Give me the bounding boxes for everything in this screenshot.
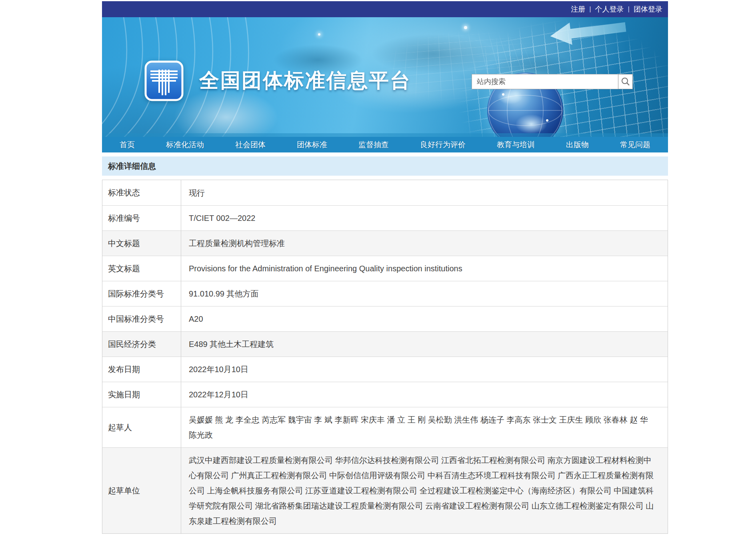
table-row-10: 起草单位 武汉中建西部建设工程质量检测有限公司 华邦信尔达科技检测有限公司 江西… [102,447,668,533]
table-row-2: 中文标题 工程质量检测机构管理标准 [102,230,668,256]
nav-item-2[interactable]: 社会团体 [235,140,266,150]
row-label: 起草单位 [102,448,181,533]
sparkle-dot [318,33,320,36]
topbar-separator: | [628,5,630,13]
row-value: 工程质量检测机构管理标准 [181,231,668,256]
main-nav: 首页 标准化活动 社会团体 团体标准 监督抽查 良好行为评价 教育与培训 出版物… [102,137,668,152]
table-row-8: 实施日期 2022年12月10日 [102,382,668,407]
row-value: T/CIET 002—2022 [181,206,668,230]
row-label: 标准状态 [102,180,181,205]
table-row-9: 起草人 吴媛媛 熊 龙 李全忠 芮志军 魏宇宙 李 斌 李新晖 宋庆丰 潘 立 … [102,407,668,447]
topbar: 注册 | 个人登录 | 团体登录 [102,1,668,17]
row-value: 武汉中建西部建设工程质量检测有限公司 华邦信尔达科技检测有限公司 江西省北拓工程… [181,448,668,533]
row-label: 国际标准分类号 [102,281,181,306]
light-glow [174,89,278,137]
row-label: 起草人 [102,407,181,447]
row-value: 现行 [181,180,668,205]
row-label: 英文标题 [102,256,181,281]
site-search [472,74,633,89]
nav-item-3[interactable]: 团体标准 [297,140,327,150]
site-title: 全国团体标准信息平台 [199,69,411,92]
nav-item-5[interactable]: 良好行为评价 [420,140,466,150]
row-label: 中文标题 [102,231,181,256]
row-value: Provisions for the Administration of Eng… [181,256,668,281]
site-logo[interactable] [144,60,184,102]
nav-item-4[interactable]: 监督抽查 [358,140,389,150]
row-label: 实施日期 [102,382,181,407]
topbar-separator: | [589,5,591,13]
row-value: E489 其他土木工程建筑 [181,332,668,357]
search-icon [621,77,630,86]
table-row-7: 发布日期 2022年10月10日 [102,357,668,382]
nav-item-8[interactable]: 常见问题 [620,140,650,150]
standard-detail-table: 标准状态 现行 标准编号 T/CIET 002—2022 中文标题 工程质量检测… [102,180,668,534]
header-banner: 全国团体标准信息平台 [102,17,668,137]
topbar-link-2[interactable]: 团体登录 [634,4,662,14]
section-title: 标准详细信息 [108,161,156,172]
row-label: 国民经济分类 [102,332,181,357]
page-content: 注册 | 个人登录 | 团体登录 [102,1,668,534]
search-input[interactable] [472,74,618,89]
row-label: 中国标准分类号 [102,307,181,331]
topbar-links: 注册 | 个人登录 | 团体登录 [571,4,662,14]
nav-item-7[interactable]: 出版物 [566,140,589,150]
row-value: 2022年10月10日 [181,357,668,382]
row-value: 91.010.99 其他方面 [181,281,668,306]
section-header: 标准详细信息 [102,156,668,176]
topbar-link-1[interactable]: 个人登录 [595,4,624,14]
nav-item-6[interactable]: 教育与培训 [497,140,535,150]
table-row-6: 国民经济分类 E489 其他土木工程建筑 [102,331,668,357]
row-value: 2022年12月10日 [181,382,668,407]
row-label: 发布日期 [102,357,181,382]
topbar-link-0[interactable]: 注册 [571,4,585,14]
table-row-4: 国际标准分类号 91.010.99 其他方面 [102,281,668,306]
row-value: 吴媛媛 熊 龙 李全忠 芮志军 魏宇宙 李 斌 李新晖 宋庆丰 潘 立 王 刚 … [181,407,668,447]
table-row-5: 中国标准分类号 A20 [102,306,668,331]
search-button[interactable] [618,74,633,89]
row-value: A20 [181,307,668,331]
table-row-3: 英文标题 Provisions for the Administration o… [102,256,668,281]
table-row-1: 标准编号 T/CIET 002—2022 [102,205,668,230]
sparkle-dot [464,26,467,29]
row-label: 标准编号 [102,206,181,230]
nav-item-0[interactable]: 首页 [120,140,135,150]
nav-item-1[interactable]: 标准化活动 [166,140,204,150]
table-row-0: 标准状态 现行 [102,180,668,205]
